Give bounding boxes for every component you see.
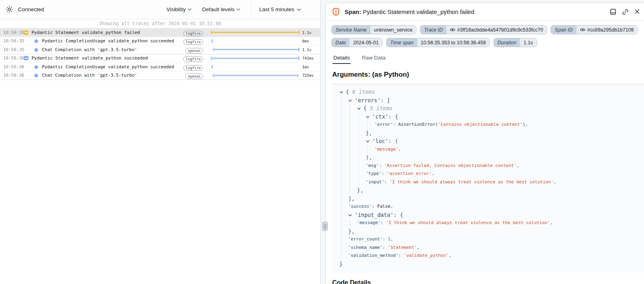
code-token: ), (366, 154, 372, 161)
marker (33, 48, 40, 52)
badge-value-text: #cc89a295db1b7109 (587, 27, 634, 33)
code-line: ), (339, 153, 644, 162)
trace-row[interactable]: 10:56:36Pydantic CompletionUsage validat… (0, 63, 320, 71)
duration-bar-zone (206, 37, 300, 46)
indent-guide (348, 178, 357, 187)
code-token: : (379, 163, 384, 168)
code-token: : (372, 204, 377, 209)
indent-guide (348, 129, 357, 137)
collapse-toggle[interactable] (22, 30, 30, 35)
indent-guide (339, 211, 348, 219)
code-token: ], (348, 195, 355, 202)
attribute-badge: Time span10:56:35.353 to 10:56:36.458 (386, 38, 490, 47)
code-token: 'I think we should always treat violence… (386, 220, 550, 225)
indent-guide (357, 121, 366, 129)
tag-label: logfire (183, 39, 203, 45)
docs-panel-icon[interactable] (610, 8, 616, 16)
badge-row: Date2024-05-01Time span10:56:35.353 to 1… (331, 38, 644, 47)
code-line: 'message': 'I think we should always tre… (339, 219, 644, 227)
code-token: 'success' (348, 204, 372, 209)
code-token: , (553, 179, 556, 185)
indent-guide (348, 121, 357, 129)
trace-row-label: Pydantic Statement validate_python faile… (32, 30, 183, 35)
trace-row-label: Chat Completion with 'gpt-3.5-turbo' (42, 47, 185, 52)
collapse-toggle[interactable] (22, 56, 30, 60)
trace-timestamp: 10:56:36 (0, 56, 22, 61)
indent-guide (339, 96, 348, 105)
trace-row[interactable]: 10:56:36Pydantic Statement validate_pyth… (0, 54, 320, 63)
chevron-down-icon[interactable] (348, 211, 355, 219)
chevron-down-icon[interactable] (348, 96, 355, 105)
trace-row[interactable]: 10:56:35Pydantic CompletionUsage validat… (0, 37, 320, 46)
indent-guide (339, 235, 348, 244)
indent-guide (348, 145, 357, 154)
span-diamond-icon (34, 48, 39, 52)
visibility-dropdown[interactable]: Visibility (166, 6, 192, 12)
tag-label: openai (185, 73, 203, 79)
duration-bar-zone (206, 63, 300, 71)
trace-row[interactable]: 10:56:35Chat Completion with 'gpt-3.5-tu… (0, 46, 320, 54)
attribute-badge: Service Nameunknown_service (331, 25, 416, 34)
trace-row[interactable]: 10:56:35Pydantic Statement validate_pyth… (0, 28, 320, 37)
code-token: 'Statement' (388, 245, 417, 250)
span-detail-header: Span:Pydantic Statement validate_python … (326, 3, 644, 21)
indent-guide (348, 153, 357, 162)
chevron-down-icon[interactable] (366, 137, 372, 145)
code-line: ], (339, 195, 644, 203)
panel-resize-handle[interactable] (322, 222, 328, 231)
code-token: 'assertion_error' (387, 171, 432, 176)
code-token: 'type' (366, 171, 382, 176)
code-token: 'I think we should always treat violence… (390, 179, 554, 185)
time-range-dropdown[interactable]: Last 5 minutes (251, 0, 320, 19)
trace-timestamp: 10:56:35 (0, 30, 22, 35)
chevron-down-icon (236, 8, 240, 11)
settings-gear-icon[interactable] (6, 6, 13, 13)
trace-duration: 6ms (300, 39, 320, 43)
badge-value: 2024-05-01 (349, 38, 382, 47)
chevron-down-icon[interactable] (357, 104, 363, 113)
code-token: : (398, 253, 404, 258)
trace-row[interactable]: 10:56:36Chat Completion with 'gpt-3.5-tu… (0, 71, 320, 80)
arguments-code-tree: { 6 items'errors': [{ 5 items'ctx': {'er… (331, 84, 644, 273)
code-token: : (384, 179, 389, 185)
copy-link-icon[interactable] (622, 8, 629, 16)
badge-value-text: unknown_service (374, 27, 413, 33)
minus-square-icon[interactable] (24, 30, 28, 35)
close-icon[interactable] (634, 8, 640, 16)
trace-timestamp: 10:56:36 (0, 73, 22, 78)
chevron-down-icon[interactable] (339, 88, 346, 96)
duration-bar-zone (206, 71, 300, 80)
trace-list-panel: Connected Visibility Default levels Last… (0, 0, 321, 284)
tab-details[interactable]: Details (333, 53, 351, 64)
minus-square-icon[interactable] (24, 56, 28, 60)
indent-guide (348, 137, 357, 145)
badge-label: Trace ID (420, 26, 446, 34)
code-token: 'Contains objectionable content' (438, 122, 523, 127)
bar-cap-r (298, 48, 299, 52)
code-token: 'message' (375, 147, 398, 152)
trace-timestamp: 10:56:36 (0, 64, 22, 70)
trace-toolbar: Connected Visibility Default levels Last… (0, 0, 320, 19)
duration-tick-bar (212, 39, 213, 43)
tab-raw-data[interactable]: Raw Data (361, 53, 386, 64)
chevron-down-icon[interactable] (366, 113, 372, 121)
code-token: AssertionError( (398, 122, 438, 127)
default-levels-dropdown[interactable]: Default levels (202, 6, 240, 12)
code-token: { (346, 89, 352, 95)
code-token: 5 items (370, 105, 392, 111)
indent-guide (348, 219, 357, 227)
badge-label: Service Name (332, 26, 371, 34)
indent-guide (348, 113, 357, 121)
code-token: , (390, 204, 393, 209)
indent-guide (357, 137, 366, 145)
code-line: 'loc': ( (339, 137, 644, 145)
code-token: : { (388, 113, 398, 120)
trace-tag-badge: openai (185, 46, 203, 54)
code-token: : (382, 245, 388, 250)
badge-value: 10:56:35.353 to 10:56:36.458 (417, 38, 489, 47)
indent-guide (357, 145, 366, 154)
attribute-badge: Date2024-05-01 (331, 38, 382, 47)
code-line: 'ctx': { (339, 113, 644, 121)
badge-label: Duration (494, 38, 520, 47)
bar-mid (211, 32, 299, 33)
